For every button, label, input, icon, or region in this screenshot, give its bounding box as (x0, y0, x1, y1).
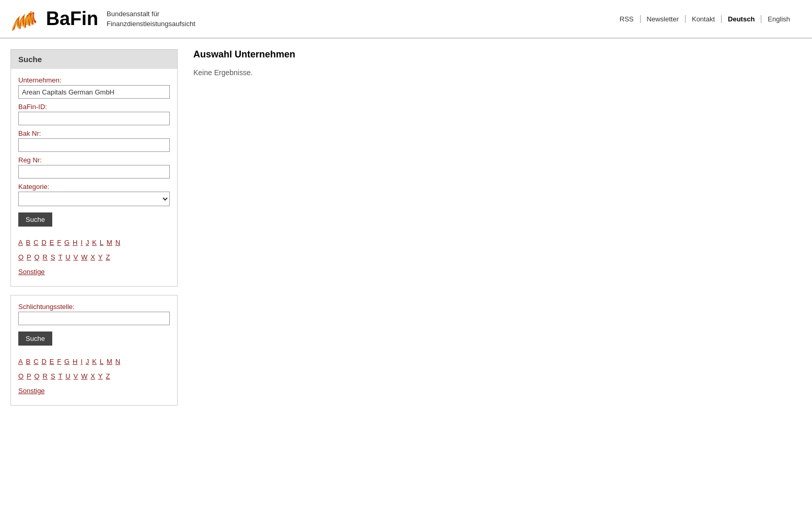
main-content: Auswahl Unternehmen Keine Ergebnisse. (188, 49, 802, 77)
schlichtung-alpha-Q[interactable]: Q (34, 372, 40, 380)
unternehmen-search-button[interactable]: Suche (18, 212, 52, 227)
schlichtung-alpha-L[interactable]: L (100, 358, 103, 365)
unternehmen-input[interactable] (18, 85, 170, 99)
schlichtung-alpha-N[interactable]: N (115, 358, 120, 365)
schlichtung-alpha-X[interactable]: X (90, 372, 95, 380)
alpha-F[interactable]: F (57, 239, 61, 246)
kategorie-field-group: Kategorie: (18, 183, 170, 206)
nav-kontakt[interactable]: Kontakt (686, 15, 722, 23)
alpha-I[interactable]: I (80, 239, 83, 246)
schlichtung-alpha-nav: A B C D E F G H I J K L M N (18, 354, 170, 398)
unternehmen-search-panel: Suche Unternehmen: BaFin-ID: Bak Nr: Reg… (10, 49, 178, 287)
schlichtung-alpha-W[interactable]: W (81, 372, 87, 380)
schlichtung-alpha-H[interactable]: H (73, 358, 77, 365)
alpha-V[interactable]: V (74, 253, 78, 261)
alpha-N[interactable]: N (115, 239, 120, 246)
bafin-id-input[interactable] (18, 112, 170, 125)
schlichtung-alpha-D[interactable]: D (41, 358, 46, 365)
alpha-A[interactable]: A (18, 239, 23, 246)
schlichtung-alpha-O[interactable]: O (18, 372, 24, 380)
alpha-O[interactable]: O (18, 253, 24, 261)
alpha-R[interactable]: R (43, 253, 48, 261)
alpha-P[interactable]: P (27, 253, 31, 261)
sidebar: Suche Unternehmen: BaFin-ID: Bak Nr: Reg… (10, 49, 178, 406)
unternehmen-field-group: Unternehmen: (18, 76, 170, 99)
nav-deutsch[interactable]: Deutsch (722, 15, 761, 23)
bafin-id-label: BaFin-ID: (18, 103, 170, 111)
alpha-S[interactable]: S (51, 253, 55, 261)
logo-subtitle: Bundesanstalt für Finanzdienstleistungsa… (107, 9, 195, 29)
logo-subtitle-area: Bundesanstalt für Finanzdienstleistungsa… (107, 9, 195, 29)
alpha-T[interactable]: T (58, 253, 62, 261)
schlichtung-search-button[interactable]: Suche (18, 331, 52, 346)
unternehmen-label: Unternehmen: (18, 76, 170, 84)
schlichtung-alpha-R[interactable]: R (43, 372, 48, 380)
search-panel-title: Suche (11, 50, 177, 69)
schlichtung-sonstige-row: Sonstige (18, 383, 170, 398)
alpha-W[interactable]: W (81, 253, 87, 261)
alpha-C[interactable]: C (33, 239, 38, 246)
bak-nr-label: Bak Nr: (18, 129, 170, 137)
alpha-M[interactable]: M (107, 239, 112, 246)
schlichtung-alpha-sonstige[interactable]: Sonstige (18, 387, 45, 395)
nav-rss[interactable]: RSS (613, 15, 641, 23)
bafin-id-field-group: BaFin-ID: (18, 103, 170, 125)
alpha-L[interactable]: L (100, 239, 103, 246)
alpha-H[interactable]: H (73, 239, 77, 246)
kategorie-select[interactable] (18, 192, 170, 206)
schlichtung-alpha-B[interactable]: B (26, 358, 31, 365)
alpha-K[interactable]: K (92, 239, 97, 246)
alpha-D[interactable]: D (41, 239, 46, 246)
unternehmen-alpha-nav: A B C D E F G H I J K L M N (18, 235, 170, 279)
schlichtung-alpha-row2: O P Q R S T U V W X Y Z (18, 369, 170, 383)
alpha-Z[interactable]: Z (106, 253, 110, 261)
page-title: Auswahl Unternehmen (193, 49, 796, 60)
schlichtung-alpha-M[interactable]: M (107, 358, 112, 365)
alpha-E[interactable]: E (50, 239, 54, 246)
logo-text-area: BaFin (46, 9, 98, 28)
schlichtung-alpha-C[interactable]: C (33, 358, 38, 365)
schlichtung-alpha-A[interactable]: A (18, 358, 23, 365)
schlichtungsstelle-field-group: Schlichtungsstelle: (18, 303, 170, 325)
schlichtung-alpha-T[interactable]: T (58, 372, 62, 380)
bak-nr-field-group: Bak Nr: (18, 129, 170, 152)
schlichtung-alpha-V[interactable]: V (74, 372, 78, 380)
reg-nr-field-group: Reg Nr: (18, 156, 170, 179)
schlichtung-alpha-F[interactable]: F (57, 358, 61, 365)
alpha-B[interactable]: B (26, 239, 31, 246)
site-header: BaFin Bundesanstalt für Finanzdienstleis… (0, 0, 812, 38)
schlichtung-alpha-E[interactable]: E (50, 358, 54, 365)
alpha-X[interactable]: X (90, 253, 95, 261)
alpha-J[interactable]: J (86, 239, 89, 246)
schlichtung-alpha-Y[interactable]: Y (98, 372, 103, 380)
alpha-sonstige[interactable]: Sonstige (18, 268, 45, 276)
nav-english[interactable]: English (761, 15, 796, 23)
search-panel-body: Unternehmen: BaFin-ID: Bak Nr: Reg Nr: K (11, 69, 177, 286)
kategorie-label: Kategorie: (18, 183, 170, 191)
schlichtung-alpha-P[interactable]: P (27, 372, 31, 380)
alpha-Q[interactable]: Q (34, 253, 40, 261)
schlichtungsstelle-label: Schlichtungsstelle: (18, 303, 170, 311)
schlichtung-alpha-J[interactable]: J (86, 358, 89, 365)
schlichtung-alpha-I[interactable]: I (80, 358, 83, 365)
header-nav: RSS Newsletter Kontakt Deutsch English (613, 15, 796, 23)
no-results-text: Keine Ergebnisse. (193, 68, 796, 77)
schlichtung-search-panel: Schlichtungsstelle: Suche A B C D E F G … (10, 295, 178, 406)
bafin-logo-icon (10, 5, 38, 32)
schlichtungsstelle-input[interactable] (18, 312, 170, 325)
schlichtung-alpha-U[interactable]: U (65, 372, 70, 380)
bak-nr-input[interactable] (18, 138, 170, 152)
schlichtung-alpha-S[interactable]: S (51, 372, 55, 380)
schlichtung-alpha-Z[interactable]: Z (106, 372, 110, 380)
logo-area: BaFin Bundesanstalt für Finanzdienstleis… (10, 5, 195, 32)
reg-nr-label: Reg Nr: (18, 156, 170, 164)
schlichtung-alpha-G[interactable]: G (64, 358, 69, 365)
alpha-Y[interactable]: Y (98, 253, 103, 261)
alpha-row1: A B C D E F G H I J K L M N (18, 235, 170, 250)
alpha-G[interactable]: G (64, 239, 69, 246)
alpha-U[interactable]: U (65, 253, 70, 261)
reg-nr-input[interactable] (18, 165, 170, 179)
alpha-row2: O P Q R S T U V W X Y Z (18, 250, 170, 264)
schlichtung-alpha-K[interactable]: K (92, 358, 97, 365)
nav-newsletter[interactable]: Newsletter (641, 15, 686, 23)
